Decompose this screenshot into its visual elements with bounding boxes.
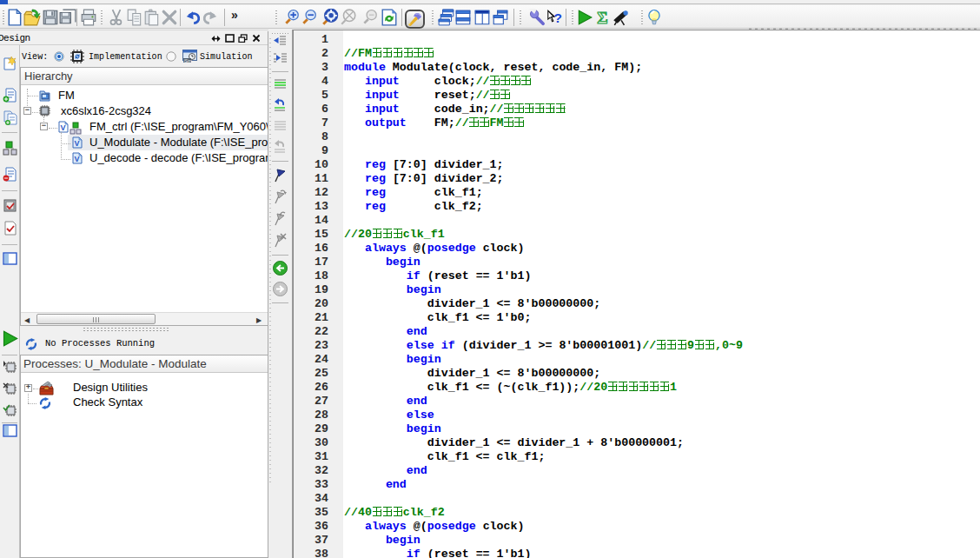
svg-text:Σ: Σ — [597, 9, 607, 26]
svg-text:V: V — [75, 139, 80, 148]
svg-text:V: V — [75, 155, 80, 163]
svg-text:ISim: ISim — [184, 59, 192, 63]
svg-text:?: ? — [553, 10, 562, 25]
svg-text:V: V — [61, 123, 66, 132]
